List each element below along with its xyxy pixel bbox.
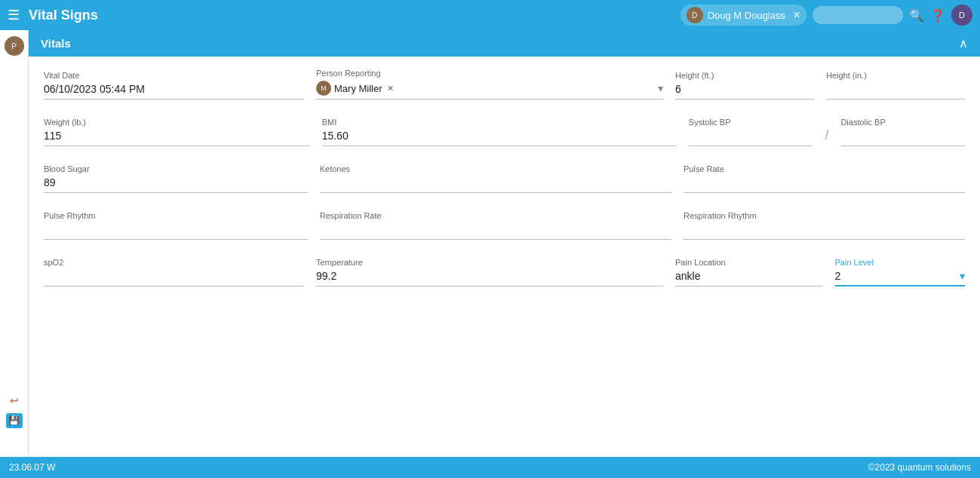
form-row-2: Weight (lb.) 115 BMI 15.60 Systolic BP /… <box>44 118 965 146</box>
collapse-icon[interactable]: ∧ <box>959 36 968 51</box>
blood-sugar-field: Blood Sugar 89 <box>44 164 308 193</box>
pulse-rhythm-field: Pulse Rhythm <box>44 211 308 240</box>
vital-date-value[interactable]: 06/10/2023 05:44 PM <box>44 83 304 100</box>
form-row-1: Vital Date 06/10/2023 05:44 PM Person Re… <box>44 69 965 100</box>
pain-location-value[interactable]: ankle <box>675 270 823 286</box>
help-icon[interactable]: ❓ <box>930 8 945 23</box>
height-in-value[interactable] <box>826 83 965 100</box>
ketones-value[interactable] <box>320 176 671 193</box>
systolic-bp-field: Systolic BP <box>689 118 813 146</box>
form-row-4: Pulse Rhythm Respiration Rate Respiratio… <box>44 211 965 240</box>
vital-date-label: Vital Date <box>44 71 304 80</box>
temperature-value[interactable]: 99.2 <box>316 270 663 286</box>
vital-date-field: Vital Date 06/10/2023 05:44 PM <box>44 71 304 100</box>
person-reporting-value[interactable]: M Mary Miller ✕ ▾ <box>316 81 663 100</box>
ketones-field: Ketones <box>320 164 671 193</box>
respiration-rate-value[interactable] <box>320 223 671 240</box>
pulse-rate-value[interactable] <box>684 176 965 193</box>
weight-value[interactable]: 115 <box>44 130 310 146</box>
user-badge: D Doug M Douglass ✕ <box>680 5 806 26</box>
top-navigation: ☰ Vital Signs D Doug M Douglass ✕ 🔍 ❓ D <box>0 0 980 30</box>
weight-field: Weight (lb.) 115 <box>44 118 310 146</box>
pain-level-dropdown[interactable]: 2 ▾ <box>835 270 966 286</box>
search-icon[interactable]: 🔍 <box>909 8 924 23</box>
pain-level-value: 2 <box>835 270 841 282</box>
ketones-label: Ketones <box>320 164 671 173</box>
person-reporting-label: Person Reporting <box>316 69 663 78</box>
user-name: Doug M Douglass <box>708 10 785 21</box>
pain-level-label: Pain Level <box>835 258 966 267</box>
respiration-rate-field: Respiration Rate <box>320 211 671 240</box>
form-row-5: spO2 Temperature 99.2 Pain Location ankl… <box>44 258 965 286</box>
vitals-form: Vital Date 06/10/2023 05:44 PM Person Re… <box>29 57 980 457</box>
footer-version: 23.06.07 W <box>9 462 55 473</box>
pulse-rate-label: Pulse Rate <box>684 164 965 173</box>
diastolic-bp-field: Diastolic BP <box>840 118 965 146</box>
profile-avatar[interactable]: D <box>951 5 972 26</box>
vitals-section-header: Vitals ∧ <box>29 30 980 57</box>
blood-sugar-label: Blood Sugar <box>44 164 308 173</box>
form-row-3: Blood Sugar 89 Ketones Pulse Rate <box>44 164 965 193</box>
pulse-rate-field: Pulse Rate <box>684 164 965 193</box>
respiration-rate-label: Respiration Rate <box>320 211 671 220</box>
nav-right: D Doug M Douglass ✕ 🔍 ❓ D <box>680 5 972 26</box>
diastolic-bp-label: Diastolic BP <box>840 118 965 127</box>
pulse-rhythm-value[interactable] <box>44 223 308 240</box>
section-title: Vitals <box>41 37 71 50</box>
content-area: Vitals ∧ Vital Date 06/10/2023 05:44 PM … <box>29 30 980 457</box>
height-in-field: Height (in.) <box>826 71 965 100</box>
sidebar-bottom-icons: ↩ 💾 <box>6 392 23 451</box>
systolic-bp-value[interactable] <box>689 130 813 146</box>
bottom-bar: 23.06.07 W ©2023 quantum solutions <box>0 457 980 478</box>
person-name: Mary Miller <box>334 83 382 94</box>
weight-label: Weight (lb.) <box>44 118 310 127</box>
temperature-label: Temperature <box>316 258 663 267</box>
height-in-label: Height (in.) <box>826 71 965 80</box>
systolic-bp-label: Systolic BP <box>689 118 813 127</box>
bmi-value[interactable]: 15.60 <box>322 130 677 146</box>
app-title: Vital Signs <box>29 8 680 23</box>
spo2-value[interactable] <box>44 270 304 286</box>
main-content: P ↩ 💾 Vitals ∧ Vital Date 06/10/2023 05:… <box>0 30 980 457</box>
person-mini-avatar: M <box>316 81 331 96</box>
user-close-icon[interactable]: ✕ <box>793 10 800 20</box>
search-input[interactable] <box>813 6 903 24</box>
spo2-label: spO2 <box>44 258 304 267</box>
footer-copyright: ©2023 quantum solutions <box>868 462 971 473</box>
menu-icon[interactable]: ☰ <box>8 7 20 23</box>
save-icon[interactable]: 💾 <box>6 413 23 428</box>
blood-sugar-value[interactable]: 89 <box>44 176 308 193</box>
respiration-rhythm-field: Respiration Rhythm <box>684 211 965 240</box>
bmi-label: BMI <box>322 118 677 127</box>
person-dropdown-arrow[interactable]: ▾ <box>658 82 663 94</box>
person-remove-icon[interactable]: ✕ <box>387 84 394 93</box>
left-sidebar: P ↩ 💾 <box>0 30 29 457</box>
user-avatar-nav: D <box>687 7 703 23</box>
undo-icon[interactable]: ↩ <box>6 392 23 409</box>
person-tag-inner: M Mary Miller ✕ <box>316 81 394 96</box>
height-ft-label: Height (ft.) <box>675 71 814 80</box>
pain-level-arrow[interactable]: ▾ <box>960 270 965 282</box>
pain-location-field: Pain Location ankle <box>675 258 823 286</box>
person-reporting-field: Person Reporting M Mary Miller ✕ ▾ <box>316 69 663 100</box>
height-ft-field: Height (ft.) 6 <box>675 71 814 100</box>
pulse-rhythm-label: Pulse Rhythm <box>44 211 308 220</box>
respiration-rhythm-value[interactable] <box>684 223 965 240</box>
pain-level-field: Pain Level 2 ▾ <box>835 258 966 286</box>
patient-avatar: P <box>5 36 24 56</box>
pain-location-label: Pain Location <box>675 258 823 267</box>
bp-separator: / <box>825 127 828 146</box>
bmi-field: BMI 15.60 <box>322 118 677 146</box>
temperature-field: Temperature 99.2 <box>316 258 663 286</box>
height-ft-value[interactable]: 6 <box>675 83 814 100</box>
respiration-rhythm-label: Respiration Rhythm <box>684 211 965 220</box>
diastolic-bp-value[interactable] <box>840 130 965 146</box>
spo2-field: spO2 <box>44 258 304 286</box>
